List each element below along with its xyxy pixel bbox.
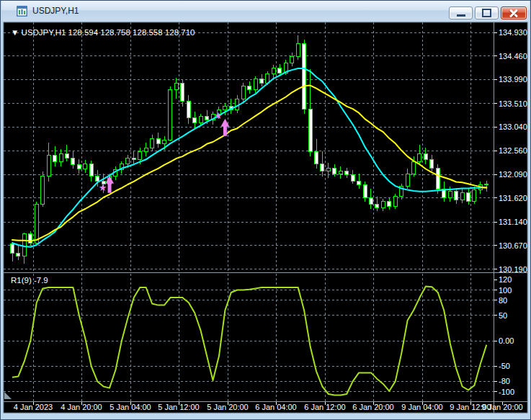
svg-text:5 Jan 12:00: 5 Jan 12:00 bbox=[158, 403, 200, 411]
title-bar[interactable]: USDJPY,H1 bbox=[1, 1, 530, 21]
svg-text:131.620: 131.620 bbox=[499, 194, 527, 202]
indicator-pane[interactable] bbox=[4, 274, 494, 401]
chart-window: USDJPY,H1 ★★134.930134.460133.990133.510… bbox=[0, 0, 531, 420]
chart-canvas[interactable]: ★★134.930134.460133.990133.510133.040132… bbox=[1, 21, 531, 420]
svg-text:9 Jan 04:00: 9 Jan 04:00 bbox=[401, 403, 443, 411]
svg-text:133.040: 133.040 bbox=[499, 122, 527, 131]
svg-text:6 Jan 20:00: 6 Jan 20:00 bbox=[352, 403, 394, 411]
svg-text:132.090: 132.090 bbox=[499, 170, 527, 179]
main-chart-area[interactable] bbox=[4, 22, 494, 272]
svg-text:132.560: 132.560 bbox=[499, 146, 527, 155]
svg-text:133.510: 133.510 bbox=[499, 99, 527, 108]
svg-text:131.140: 131.140 bbox=[499, 218, 527, 226]
svg-text:134.460: 134.460 bbox=[499, 52, 527, 61]
close-icon bbox=[509, 9, 518, 17]
window-controls bbox=[449, 6, 527, 19]
svg-text:134.930: 134.930 bbox=[499, 28, 527, 37]
restore-icon bbox=[482, 9, 491, 17]
svg-text:9 Jan 20:00: 9 Jan 20:00 bbox=[481, 403, 523, 411]
svg-text:133.990: 133.990 bbox=[499, 75, 527, 84]
svg-text:130.190: 130.190 bbox=[499, 265, 527, 274]
svg-text:4 Jan 2023: 4 Jan 2023 bbox=[14, 403, 53, 411]
svg-text:-80: -80 bbox=[499, 377, 510, 385]
svg-text:-50: -50 bbox=[499, 362, 510, 370]
svg-text:0.00: 0.00 bbox=[499, 336, 514, 345]
svg-text:80: 80 bbox=[499, 296, 507, 305]
window-title: USDJPY,H1 bbox=[32, 6, 79, 16]
svg-text:5 Jan 04:00: 5 Jan 04:00 bbox=[110, 403, 151, 411]
restore-button[interactable] bbox=[475, 6, 499, 19]
svg-text:-100: -100 bbox=[499, 388, 514, 396]
svg-text:4 Jan 20:00: 4 Jan 20:00 bbox=[61, 403, 102, 411]
svg-text:6 Jan 04:00: 6 Jan 04:00 bbox=[255, 403, 297, 411]
close-button[interactable] bbox=[501, 6, 527, 19]
svg-text:5 Jan 20:00: 5 Jan 20:00 bbox=[207, 403, 249, 411]
svg-text:50: 50 bbox=[499, 311, 507, 320]
minimize-icon bbox=[457, 14, 465, 17]
chart-window-icon bbox=[17, 6, 27, 17]
svg-text:6 Jan 12:00: 6 Jan 12:00 bbox=[304, 403, 346, 411]
minimize-button[interactable] bbox=[449, 6, 473, 19]
svg-text:100: 100 bbox=[499, 286, 512, 295]
svg-text:130.670: 130.670 bbox=[499, 241, 527, 250]
svg-text:120: 120 bbox=[499, 275, 512, 284]
